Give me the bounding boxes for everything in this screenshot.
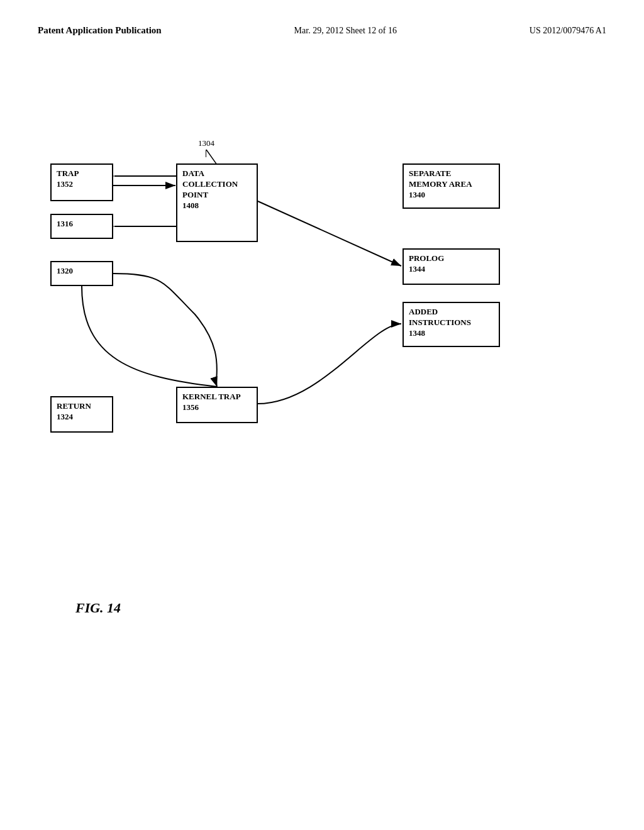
svg-line-6 (206, 150, 217, 165)
box-data-collection: DATACOLLECTIONPOINT1408 (176, 163, 258, 242)
box-1316-label: 1316 (57, 219, 73, 228)
header-publication-label: Patent Application Publication (38, 25, 162, 36)
fig-label: FIG. 14 (75, 600, 121, 616)
box-kernel-trap-label: KERNEL TRAP1356 (182, 392, 241, 412)
diagram-container: 1304 TRAP1352 (38, 138, 604, 578)
box-added-instructions: ADDEDINSTRUCTIONS1348 (402, 302, 500, 347)
label-1304: 1304 (198, 138, 214, 148)
page-header: Patent Application Publication Mar. 29, … (0, 0, 644, 36)
svg-line-5 (258, 201, 401, 266)
box-added-instructions-label: ADDEDINSTRUCTIONS1348 (409, 307, 471, 338)
box-1316: 1316 (50, 214, 113, 239)
box-kernel-trap: KERNEL TRAP1356 (176, 387, 258, 423)
box-prolog-label: PROLOG1344 (409, 253, 444, 274)
box-return-label: RETURN1324 (57, 401, 91, 421)
header-date-sheet: Mar. 29, 2012 Sheet 12 of 16 (294, 26, 397, 36)
box-return: RETURN1324 (50, 396, 113, 433)
box-trap-label: TRAP1352 (57, 169, 79, 189)
box-1320-label: 1320 (57, 266, 73, 275)
box-separate-memory-label: SEPARATEMEMORY AREA1340 (409, 169, 472, 199)
box-prolog: PROLOG1344 (402, 248, 500, 285)
diagram-svg (38, 138, 604, 578)
box-separate-memory: SEPARATEMEMORY AREA1340 (402, 163, 500, 209)
box-1320: 1320 (50, 261, 113, 286)
tick-1304 (206, 150, 206, 157)
box-data-collection-label: DATACOLLECTIONPOINT1408 (182, 169, 238, 210)
box-trap: TRAP1352 (50, 163, 113, 201)
header-patent-number: US 2012/0079476 A1 (530, 26, 606, 36)
